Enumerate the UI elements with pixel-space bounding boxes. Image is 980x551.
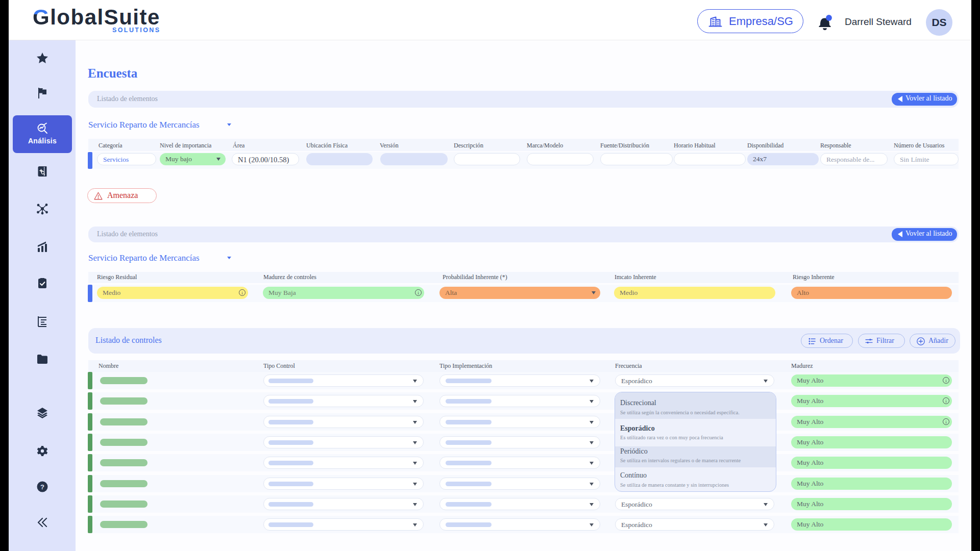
svg-text:?: ? bbox=[40, 483, 44, 491]
